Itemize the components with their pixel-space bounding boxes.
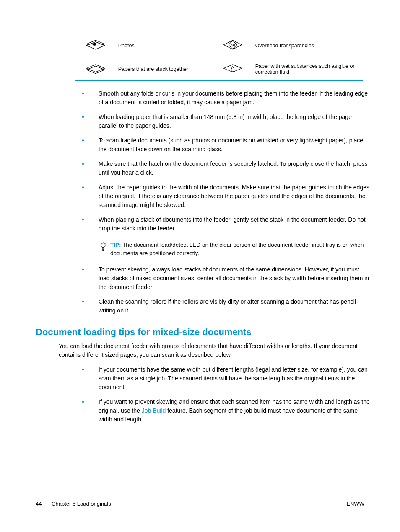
- list-item: To prevent skewing, always load stacks o…: [82, 265, 371, 292]
- section-heading: Document loading tips for mixed-size doc…: [36, 327, 364, 338]
- list-item: If you want to prevent skewing and ensur…: [82, 398, 371, 424]
- tip-container: li[data-name="tip-container"]::before{di…: [82, 239, 371, 259]
- list-item: To scan fragile documents (such as photo…: [82, 136, 371, 154]
- chapter-label: Chapter 5 Load originals: [52, 501, 111, 507]
- table-icon-cell: [213, 57, 253, 81]
- table-label: Papers that are stuck together: [116, 57, 213, 81]
- media-restrictions-table: Photos AB Overhead transparencies Papers…: [75, 34, 363, 81]
- page-footer: 44 Chapter 5 Load originals ENWW: [36, 501, 364, 507]
- list-item: If your documents have the same width bu…: [82, 365, 371, 392]
- tips-list-1: Smooth out any folds or curls in your do…: [82, 89, 371, 315]
- photos-icon: [84, 37, 107, 52]
- table-icon-cell: [75, 34, 116, 57]
- tip-text: The document load/detect LED on the clea…: [110, 242, 364, 256]
- list-item: When placing a stack of documents into t…: [82, 215, 371, 233]
- table-row: Papers that are stuck together Paper wit…: [75, 57, 363, 81]
- table-label: Photos: [116, 34, 213, 57]
- footer-right: ENWW: [346, 501, 364, 507]
- list-item: When loading paper that is smaller than …: [82, 113, 371, 130]
- table-label: Paper with wet substances such as glue o…: [253, 57, 363, 81]
- lightbulb-icon: [99, 241, 108, 253]
- tip-label: TIP:: [110, 242, 121, 248]
- table-icon-cell: AB: [213, 34, 253, 57]
- svg-line-8: [100, 243, 101, 244]
- tip-box: TIP: The document load/detect LED on the…: [99, 239, 371, 259]
- table-row: Photos AB Overhead transparencies: [75, 34, 363, 57]
- table-icon-cell: [75, 57, 116, 81]
- svg-point-2: [101, 243, 105, 248]
- transparency-icon: AB: [221, 37, 244, 52]
- document-page: Photos AB Overhead transparencies Papers…: [0, 0, 400, 532]
- footer-left: 44 Chapter 5 Load originals: [36, 501, 111, 507]
- wet-paper-icon: [221, 61, 244, 76]
- section-paragraph: You can load the document feeder with gr…: [59, 342, 369, 359]
- list-item: Make sure that the hatch on the document…: [82, 160, 371, 177]
- svg-line-9: [105, 243, 106, 244]
- page-number: 44: [36, 501, 42, 507]
- list-item: Clean the scanning rollers if the roller…: [82, 297, 371, 315]
- job-build-link[interactable]: Job Build: [142, 407, 166, 414]
- stuck-paper-icon: [84, 61, 107, 76]
- tips-list-2: If your documents have the same width bu…: [82, 365, 371, 424]
- list-item: Adjust the paper guides to the width of …: [82, 183, 371, 209]
- table-label: Overhead transparencies: [253, 34, 363, 57]
- list-item: Smooth out any folds or curls in your do…: [82, 89, 371, 107]
